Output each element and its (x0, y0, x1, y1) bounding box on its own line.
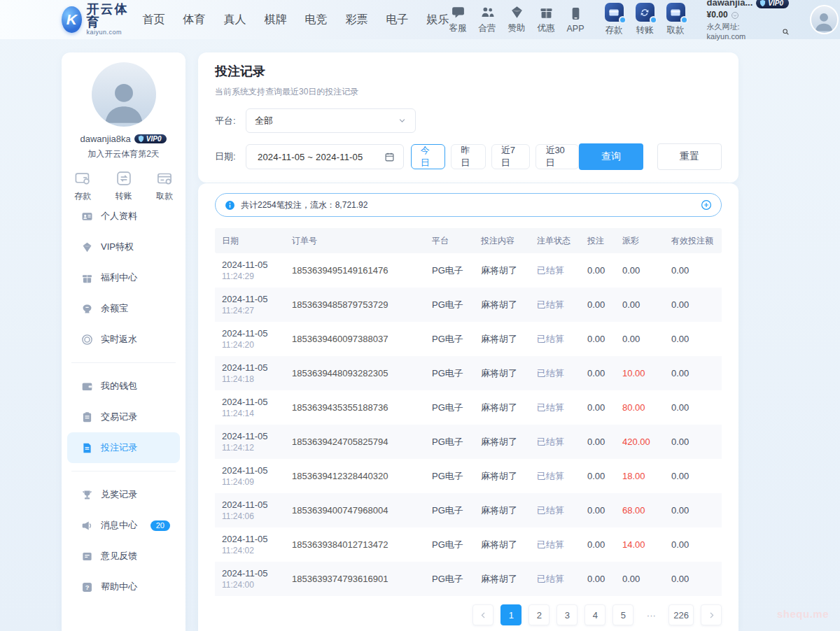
sidebar-action-存款[interactable]: 存款 (74, 170, 91, 201)
filter-card: 投注记录 当前系统支持查询最近30日的投注记录 平台: 全部 日期: 2024-… (198, 52, 738, 183)
nav-item[interactable]: 彩票 (346, 13, 368, 27)
cell-order-no: 1853639435355188736 (292, 402, 432, 413)
platform-select[interactable]: 全部 (246, 108, 416, 133)
nav-quick-chat[interactable]: 客服 (449, 5, 467, 34)
quick-date-昨日[interactable]: 昨日 (451, 144, 486, 169)
transfer-icon (636, 3, 654, 22)
magnifier-icon[interactable] (782, 28, 790, 36)
sidebar-action-转账[interactable]: 转账 (115, 170, 132, 201)
unread-count-badge: 20 (150, 520, 170, 531)
pagination-page-3[interactable]: 3 (556, 604, 578, 625)
chevron-down-icon (398, 116, 407, 125)
nav-wallet-取款[interactable]: 取款 (666, 3, 685, 36)
sidebar-divider (71, 362, 176, 363)
sidebar-item-余额宝[interactable]: 余额宝 (67, 293, 180, 324)
sidebar-item-消息中心[interactable]: 消息中心20 (67, 510, 180, 541)
nav-wallet-存款[interactable]: 存款 (605, 3, 624, 36)
refresh-circle-icon[interactable] (731, 11, 739, 20)
sidebar-item-个人资料[interactable]: 个人资料 (67, 201, 180, 232)
sidebar-item-交易记录[interactable]: 交易记录 (67, 402, 180, 432)
nav-item[interactable]: 首页 (143, 13, 165, 27)
cell-valid-amount: 0.00 (671, 471, 715, 481)
nav-item[interactable]: 棋牌 (265, 13, 287, 27)
profile-avatar[interactable] (92, 62, 156, 127)
cell-valid-amount: 0.00 (671, 437, 715, 447)
brand-logo[interactable]: K 开云体育 kaiyun.com (62, 3, 129, 36)
nav-wallet-转账[interactable]: 转账 (636, 3, 654, 36)
card-glyph-icon (608, 7, 620, 18)
gift-icon (81, 272, 93, 284)
cell-date-time: 11:24:00 (222, 579, 292, 590)
nav-quick-gift[interactable]: 优惠 (538, 5, 555, 34)
cell-bet-amount: 0.00 (587, 505, 622, 516)
cell-bet-content: 麻将胡了 (481, 470, 537, 483)
nav-item[interactable]: 电竞 (305, 13, 328, 27)
pagination-page-5[interactable]: 5 (612, 604, 634, 625)
pagination-page-4[interactable]: 4 (584, 604, 606, 625)
info-icon (225, 200, 235, 211)
cell-date: 2024-11-0511:24:02 (222, 533, 292, 557)
cell-date: 2024-11-0511:24:00 (222, 567, 292, 591)
sidebar-item-实时返水[interactable]: 实时返水 (67, 324, 180, 355)
cell-valid-amount: 0.00 (671, 299, 715, 310)
nav-item[interactable]: 真人 (224, 13, 246, 27)
nav-item[interactable]: 娱乐 (427, 13, 449, 27)
cell-payout: 0.00 (622, 265, 671, 276)
sidebar-item-我的钱包[interactable]: 我的钱包 (67, 371, 180, 402)
nav-item[interactable]: 体育 (183, 13, 206, 27)
cell-date-time: 11:24:14 (222, 408, 292, 419)
nav-quick-phone[interactable]: APP (567, 6, 584, 34)
sidebar-item-投注记录[interactable]: 投注记录 (67, 432, 180, 463)
cell-bet-amount: 0.00 (587, 539, 622, 550)
cell-bet-content: 麻将胡了 (481, 504, 537, 517)
sidebar-action-label: 取款 (156, 190, 173, 202)
sidebar-item-label: 实时返水 (101, 333, 137, 346)
cell-date: 2024-11-0511:24:20 (222, 327, 292, 351)
table-header-cell: 投注内容 (481, 235, 537, 247)
sidebar-item-label: 意见反馈 (101, 550, 137, 562)
cell-payout: 68.00 (622, 505, 671, 516)
sidebar-item-VIP特权[interactable]: VIP特权 (67, 232, 180, 262)
megaphone-icon (81, 520, 93, 532)
cell-bet-amount: 0.00 (587, 265, 622, 276)
nav-quick-people[interactable]: 合营 (479, 5, 496, 34)
search-button[interactable]: 查询 (579, 143, 643, 170)
sidebar-action-取款[interactable]: 取款 (156, 170, 173, 201)
nav-quick-label: 赞助 (508, 22, 526, 34)
cell-date: 2024-11-0511:24:09 (222, 465, 292, 488)
sidebar-quick-actions: 存款转账取款 (74, 170, 173, 201)
plus-circle-icon[interactable] (701, 199, 712, 211)
cell-bet-content: 麻将胡了 (481, 573, 537, 586)
pagination-page-226[interactable]: 226 (668, 604, 694, 625)
pagination-page-2[interactable]: 2 (528, 604, 550, 625)
cell-status: 已结算 (537, 333, 587, 346)
nav-item[interactable]: 电子 (386, 13, 409, 27)
cell-date-time: 11:24:27 (222, 305, 292, 316)
quick-date-近7日[interactable]: 近7日 (491, 144, 531, 169)
quick-date-今日[interactable]: 今日 (411, 144, 446, 169)
reset-button[interactable]: 重置 (657, 143, 722, 170)
cell-date-day: 2024-11-05 (222, 293, 292, 306)
date-range-input[interactable]: 2024-11-05 ~ 2024-11-05 (246, 144, 404, 169)
sidebar-item-帮助中心[interactable]: ?帮助中心 (67, 572, 180, 602)
cell-order-no: 1853639448093282305 (292, 368, 432, 378)
cell-date: 2024-11-0511:24:12 (222, 430, 292, 454)
quick-date-近30日[interactable]: 近30日 (536, 144, 579, 169)
sidebar-item-兑奖记录[interactable]: 兑奖记录 (67, 479, 180, 510)
user-avatar[interactable] (810, 5, 839, 34)
pagination-next-button[interactable] (701, 604, 722, 625)
wallet-badge-icon (650, 16, 657, 24)
pagination-page-1[interactable]: 1 (500, 604, 522, 625)
nav-quick-label: 客服 (449, 22, 467, 34)
nav-quick-gem[interactable]: 赞助 (508, 5, 526, 34)
cell-payout: 0.00 (622, 334, 671, 344)
cell-valid-amount: 0.00 (671, 574, 715, 584)
cell-date-time: 11:24:02 (222, 545, 292, 556)
sidebar-item-意见反馈[interactable]: 意见反馈 (67, 541, 180, 572)
wallet-icon-group: 存款转账取款 (605, 3, 685, 36)
sidebar-item-福利中心[interactable]: 福利中心 (67, 262, 180, 293)
cell-date-day: 2024-11-05 (222, 396, 292, 409)
pagination-prev-button[interactable] (472, 604, 493, 625)
doc-icon (81, 442, 93, 454)
cell-order-no: 1853639384012713472 (292, 539, 432, 550)
